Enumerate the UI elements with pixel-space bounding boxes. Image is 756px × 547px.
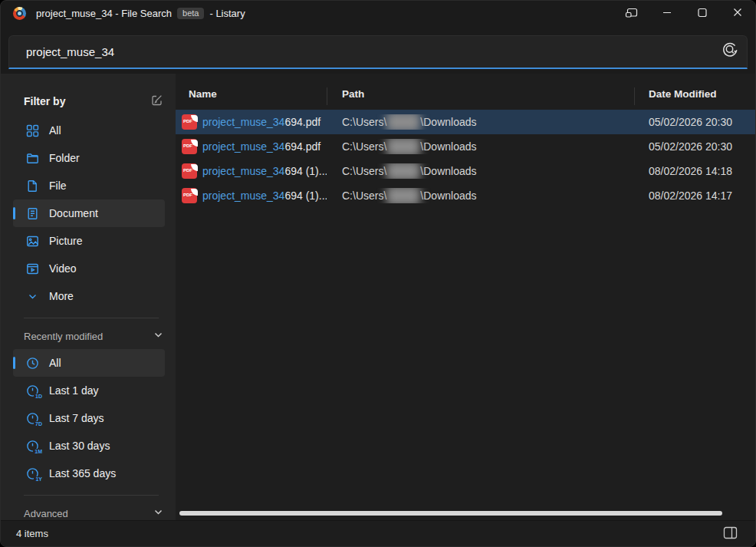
- search-tools-icon: [721, 41, 739, 62]
- filter-sidebar: Filter by All: [1, 74, 176, 520]
- clock-badge: 7D: [34, 421, 42, 427]
- table-row[interactable]: project_muse_34694 (1).... C:\Users\\Dow…: [176, 159, 755, 183]
- date-cell: 08/02/2026 14:18: [634, 165, 755, 177]
- sidebar-item-label: File: [49, 180, 67, 192]
- sidebar-item-last-1-day[interactable]: 1D Last 1 day: [13, 377, 165, 404]
- search-box: [8, 35, 748, 69]
- table-row[interactable]: project_muse_34694 (1).... C:\Users\\Dow…: [176, 183, 755, 208]
- table-row[interactable]: project_muse_34694.pdf C:\Users\\Downloa…: [176, 134, 755, 159]
- chevron-down-icon: [153, 506, 163, 520]
- redacted-username: [386, 163, 420, 179]
- sidebar-item-more[interactable]: More: [13, 282, 165, 310]
- folder-icon: [25, 151, 39, 165]
- beta-badge: beta: [177, 8, 204, 19]
- maximize-button[interactable]: [685, 1, 720, 26]
- recently-modified-heading: Recently modified: [24, 331, 103, 342]
- sidebar-item-video[interactable]: Video: [13, 255, 165, 282]
- filter-by-heading: Filter by: [24, 95, 65, 107]
- video-icon: [25, 262, 39, 275]
- clock-badge: 1D: [34, 394, 42, 400]
- sidebar-item-label: All: [49, 357, 61, 369]
- sidebar-item-picture[interactable]: Picture: [13, 227, 165, 255]
- listary-file-search-window: project_muse_34 - File Search beta - Lis…: [0, 0, 756, 547]
- matched-text: project_muse_34: [202, 189, 284, 202]
- minimize-button[interactable]: [649, 1, 685, 26]
- redacted-username: [386, 114, 420, 130]
- date-cell: 05/02/2026 20:30: [634, 140, 755, 153]
- sidebar-item-last-365-days[interactable]: 1Y Last 365 days: [13, 460, 165, 487]
- items-count: 4 items: [16, 528, 48, 539]
- redacted-username: [386, 139, 420, 154]
- search-tools-button[interactable]: [713, 36, 747, 68]
- sidebar-item-label: All: [49, 124, 61, 137]
- clock-badge: 1Y: [34, 476, 42, 483]
- path-cell: C:\Users\\Downloads: [327, 163, 634, 179]
- statusbar: 4 items: [1, 520, 755, 546]
- sidebar-item-all[interactable]: All: [13, 117, 165, 144]
- minimize-icon: [660, 6, 674, 21]
- path-suffix: \Downloads: [420, 189, 476, 202]
- pdf-file-icon: [182, 114, 197, 130]
- sidebar-item-label: Last 7 days: [49, 412, 104, 424]
- path-suffix: \Downloads: [420, 165, 476, 177]
- redacted-username: [386, 188, 420, 203]
- sidebar-item-document[interactable]: Document: [13, 199, 165, 227]
- window-title-text: project_muse_34 - File Search: [36, 8, 172, 19]
- window-title: project_muse_34 - File Search beta - Lis…: [36, 8, 245, 19]
- compact-mode-icon: [625, 6, 639, 21]
- clock-1d-icon: 1D: [25, 384, 39, 397]
- compact-mode-button[interactable]: [614, 1, 649, 26]
- sidebar-item-folder[interactable]: Folder: [13, 144, 165, 172]
- file-name: project_muse_34694 (1)....: [202, 165, 327, 177]
- sidebar-item-label: Last 365 days: [49, 467, 116, 479]
- name-cell: project_muse_34694 (1)....: [176, 188, 327, 203]
- sidebar-item-recent-all[interactable]: All: [13, 349, 165, 377]
- name-cell: project_muse_34694 (1)....: [176, 163, 327, 179]
- horizontal-scrollbar[interactable]: [179, 511, 722, 516]
- search-area: [1, 26, 755, 74]
- column-header-name[interactable]: Name: [176, 78, 327, 110]
- recently-modified-header[interactable]: Recently modified: [24, 328, 163, 344]
- name-cell: project_muse_34694.pdf: [176, 139, 327, 154]
- clock-1m-icon: 1M: [25, 439, 39, 453]
- close-button[interactable]: [720, 1, 755, 26]
- clock-7d-icon: 7D: [25, 411, 39, 425]
- edit-filters-button[interactable]: [150, 94, 163, 109]
- sidebar-item-label: Folder: [49, 152, 80, 164]
- sidebar-item-last-30-days[interactable]: 1M Last 30 days: [13, 432, 165, 460]
- titlebar: project_muse_34 - File Search beta - Lis…: [1, 1, 755, 26]
- sidebar-item-label: Last 1 day: [49, 384, 99, 397]
- table-header: Name Path Date Modified: [176, 74, 755, 110]
- document-icon: [25, 206, 39, 220]
- sidebar-item-file[interactable]: File: [13, 172, 165, 199]
- sidebar-divider: [24, 495, 159, 496]
- chevron-down-icon: [25, 289, 39, 303]
- matched-text: project_muse_34: [202, 165, 284, 177]
- path-suffix: \Downloads: [420, 116, 476, 128]
- preview-pane-icon: [723, 526, 738, 542]
- advanced-heading: Advanced: [24, 508, 68, 519]
- content: Filter by All: [1, 74, 755, 520]
- window-title-suffix: - Listary: [209, 8, 245, 19]
- file-name-rest: 694.pdf: [284, 140, 320, 153]
- path-prefix: C:\Users\: [342, 165, 386, 177]
- search-input[interactable]: [9, 45, 713, 58]
- column-header-path[interactable]: Path: [327, 78, 634, 110]
- listary-logo-icon: [13, 7, 26, 20]
- file-name-rest: 694 (1)....: [284, 189, 327, 202]
- sidebar-item-label: Video: [49, 262, 77, 275]
- path-cell: C:\Users\\Downloads: [327, 188, 634, 203]
- file-name: project_muse_34694 (1)....: [202, 189, 327, 202]
- column-header-date-modified[interactable]: Date Modified: [634, 78, 755, 110]
- sidebar-item-last-7-days[interactable]: 7D Last 7 days: [13, 404, 165, 432]
- filter-header: Filter by: [24, 94, 163, 109]
- preview-pane-toggle-button[interactable]: [723, 526, 738, 542]
- chevron-down-icon: [153, 329, 163, 343]
- path-prefix: C:\Users\: [342, 116, 386, 128]
- path-cell: C:\Users\\Downloads: [327, 114, 634, 130]
- path-cell: C:\Users\\Downloads: [327, 139, 634, 154]
- path-prefix: C:\Users\: [342, 140, 386, 153]
- advanced-header[interactable]: Advanced: [24, 505, 163, 520]
- path-prefix: C:\Users\: [342, 189, 386, 202]
- table-row[interactable]: project_muse_34694.pdf C:\Users\\Downloa…: [176, 110, 755, 134]
